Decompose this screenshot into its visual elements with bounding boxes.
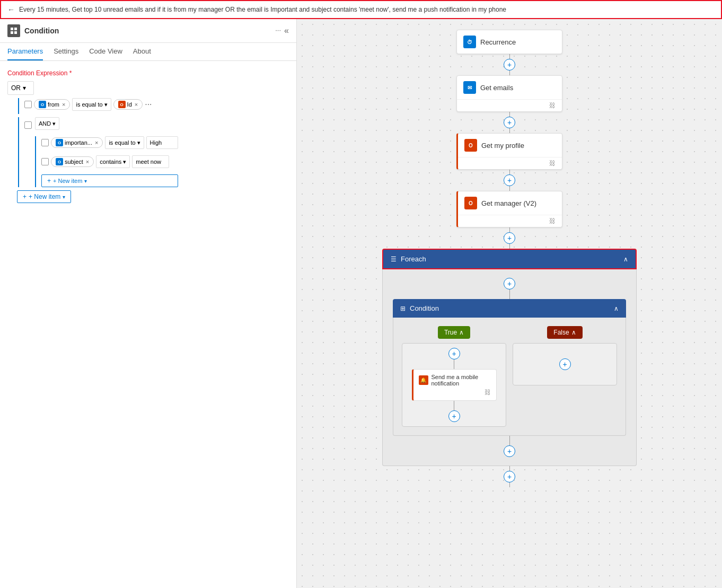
foreach-container: ☰ Foreach ∧ + ⊞ Co	[382, 249, 637, 466]
tab-settings[interactable]: Settings	[54, 43, 78, 60]
office-icon-1: O	[118, 101, 126, 108]
flow-line-2b	[509, 128, 510, 133]
condition-icon: ⊞	[400, 305, 406, 312]
true-flow-line	[454, 359, 454, 369]
false-branch: False ∧ +	[513, 326, 617, 427]
cond-row-important: O importan... × is equal to ▾	[41, 136, 178, 149]
condition-header[interactable]: ⊞ Condition ∧	[393, 299, 626, 318]
foreach-title: Foreach	[401, 255, 426, 263]
id-tag-close[interactable]: ×	[135, 101, 138, 108]
high-value-input[interactable]	[146, 136, 178, 149]
foreach-flow-line-1	[509, 289, 510, 299]
tab-about[interactable]: About	[133, 43, 151, 60]
true-connector: +	[448, 348, 460, 369]
contains-op[interactable]: contains ▾	[96, 155, 130, 168]
chevron-new-item-inner: ▾	[84, 178, 87, 184]
from-tag-close[interactable]: ×	[62, 101, 65, 108]
cond-checkbox-2[interactable]	[24, 121, 32, 129]
condition-expression-label: Condition Expression *	[7, 69, 289, 77]
or-dropdown[interactable]: OR ▾	[7, 81, 34, 95]
svg-rect-2	[11, 31, 13, 34]
chevron-new-item-outer: ▾	[63, 194, 65, 200]
add-step-4[interactable]: +	[504, 232, 515, 244]
more-options-icon[interactable]: ···	[275, 26, 281, 36]
back-arrow-icon[interactable]: ←	[7, 5, 15, 14]
flow-line-5b	[509, 482, 510, 487]
condition-body: True ∧ +	[393, 318, 626, 436]
new-item-outer-button[interactable]: + + New item ▾	[17, 190, 71, 203]
get-emails-node[interactable]: ✉ Get emails ⛓	[456, 75, 562, 112]
collapse-icon[interactable]: «	[284, 26, 289, 36]
connector-2: +	[504, 112, 515, 133]
cond-checkbox-important[interactable]	[41, 139, 49, 146]
true-connector-2: +	[448, 401, 460, 422]
condition-header-left: ⊞ Condition	[400, 304, 439, 312]
chevron-and-icon: ▾	[52, 120, 56, 127]
svg-rect-1	[14, 28, 17, 30]
true-branch: True ∧ +	[402, 326, 506, 427]
add-step-foreach-2[interactable]: +	[504, 445, 515, 457]
recurrence-node[interactable]: ⏱ Recurrence	[456, 30, 562, 54]
flow-line-4	[509, 227, 510, 232]
is-equal-to-op-2[interactable]: is equal to ▾	[105, 136, 144, 149]
true-branch-box: + 🔔 Send me a mobile notification	[402, 343, 506, 427]
true-label-button[interactable]: True ∧	[438, 326, 470, 339]
send-mobile-node[interactable]: 🔔 Send me a mobile notification ⛓	[412, 369, 497, 401]
cond-checkbox-1[interactable]	[24, 101, 32, 108]
left-panel: Condition ··· « Parameters Settings Code…	[0, 19, 297, 588]
top-bar: ← Every 15 minutes, Get top 10 unread em…	[0, 0, 722, 19]
meet-now-input[interactable]	[132, 155, 169, 168]
right-panel: ⏱ Recurrence + ✉ Get emails ⛓	[297, 19, 722, 588]
svg-rect-3	[14, 31, 17, 34]
true-chevron-icon: ∧	[459, 329, 464, 336]
add-step-true[interactable]: +	[448, 348, 460, 359]
get-profile-node[interactable]: O Get my profile ⛓	[456, 133, 562, 170]
chevron-op-3: ▾	[123, 159, 126, 165]
get-emails-icon: ✉	[463, 81, 476, 94]
and-group: O importan... × is equal to ▾	[35, 136, 178, 187]
add-step-3[interactable]: +	[504, 174, 515, 186]
is-equal-to-op-1[interactable]: is equal to ▾	[72, 98, 111, 111]
svg-rect-0	[11, 28, 13, 30]
panel-tabs: Parameters Settings Code View About	[0, 43, 296, 61]
recurrence-icon: ⏱	[463, 36, 476, 48]
main-container: Condition ··· « Parameters Settings Code…	[0, 19, 722, 588]
cond-checkbox-subject[interactable]	[41, 158, 49, 165]
id-tag: O Id ×	[113, 99, 143, 110]
add-step-true-2[interactable]: +	[448, 410, 460, 422]
false-label-button[interactable]: False ∧	[547, 326, 582, 339]
new-item-inner-button[interactable]: + + New item ▾	[41, 174, 178, 187]
foreach-chevron-icon[interactable]: ∧	[623, 256, 628, 263]
get-manager-node[interactable]: O Get manager (V2) ⛓	[456, 191, 562, 227]
send-mobile-label: Send me a mobile notification	[432, 374, 491, 387]
foreach-header[interactable]: ☰ Foreach ∧	[382, 249, 637, 269]
condition-title-right: Condition	[410, 304, 439, 312]
flow-container: ⏱ Recurrence + ✉ Get emails ⛓	[307, 30, 711, 508]
tab-code-view[interactable]: Code View	[89, 43, 122, 60]
foreach-connector-2: +	[504, 436, 515, 457]
tab-parameters[interactable]: Parameters	[7, 43, 43, 60]
outlook-icon-1: O	[39, 101, 46, 108]
flow-line-5	[509, 466, 510, 471]
important-tag-close[interactable]: ×	[95, 139, 98, 146]
foreach-connector-1: +	[504, 278, 515, 299]
add-step-5[interactable]: +	[504, 471, 515, 482]
subject-tag-close[interactable]: ×	[86, 159, 89, 165]
connector-1: +	[504, 54, 515, 75]
connector-4: +	[504, 227, 515, 249]
and-dropdown[interactable]: AND ▾	[35, 117, 59, 130]
row1-more-icon[interactable]: ···	[145, 100, 152, 109]
get-emails-link-icon: ⛓	[549, 102, 556, 109]
important-tag: O importan... ×	[51, 137, 103, 148]
get-manager-icon: O	[464, 197, 477, 209]
true-flow-line-2	[454, 401, 454, 410]
get-manager-label: Get manager (V2)	[481, 199, 536, 207]
get-profile-label: Get my profile	[481, 142, 524, 150]
add-step-2[interactable]: +	[504, 117, 515, 128]
condition-chevron-icon[interactable]: ∧	[614, 305, 619, 312]
add-step-foreach-1[interactable]: +	[504, 278, 515, 289]
foreach-icon: ☰	[391, 256, 397, 263]
add-step-1[interactable]: +	[504, 59, 515, 71]
add-step-false[interactable]: +	[559, 358, 571, 370]
condition-container: ⊞ Condition ∧ True ∧	[393, 299, 626, 436]
